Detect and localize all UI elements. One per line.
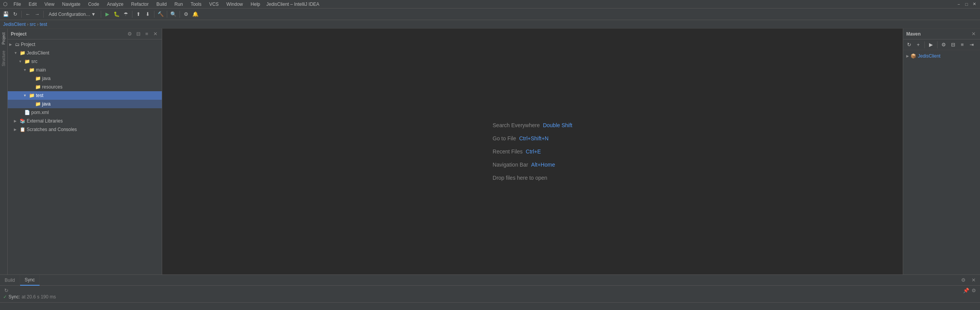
build-settings-icon[interactable]: ⚙ (971, 287, 977, 293)
maven-toolbar: ↻ + ▶ ⚙ ⊟ ≡ ⇥ (903, 39, 980, 50)
tree-item-project-root[interactable]: ▶ 🗂 Project (8, 40, 162, 49)
menu-analyze[interactable]: Analyze (105, 2, 125, 7)
menu-build[interactable]: Build (155, 2, 168, 7)
save-button[interactable]: 💾 (2, 10, 10, 19)
search-everywhere-button[interactable]: 🔍 (169, 10, 178, 19)
debug-button[interactable]: 🐛 (112, 10, 121, 19)
folder-icon: 🗂 (15, 42, 20, 47)
menu-run[interactable]: Run (173, 2, 185, 7)
bottom-panel-close-icon[interactable]: ✕ (970, 277, 977, 284)
tree-item-java-test[interactable]: 📁 java (8, 100, 162, 108)
menu-refactor[interactable]: Refactor (130, 2, 150, 7)
sidebar-item-project[interactable]: Project (1, 30, 7, 47)
toolbar: 💾 ↻ ← → Add Configuration… ▼ ▶ 🐛 ☂ ⬆ ⬇ 🔨… (0, 9, 980, 20)
maven-run-button[interactable]: ▶ (927, 41, 935, 49)
build-pin-icon[interactable]: 📌 (963, 287, 969, 293)
build-project-button[interactable]: 🔨 (156, 10, 165, 19)
tree-item-test[interactable]: ▼ 📁 test (8, 91, 162, 100)
java-test-folder-icon: 📁 (35, 101, 41, 107)
maven-panel-header: Maven ✕ (903, 29, 980, 39)
settings-button[interactable]: ⚙ (182, 10, 190, 19)
menu-view[interactable]: View (43, 2, 56, 7)
java-folder-icon: 📁 (35, 76, 41, 81)
ext-lib-icon: 📚 (20, 118, 25, 124)
maven-toolbar-sep (924, 41, 925, 48)
breadcrumb-src[interactable]: src (30, 22, 36, 27)
tree-item-src[interactable]: ▼ 📁 src (8, 57, 162, 66)
editor-area: Search Everywhere Double Shift Go to Fil… (162, 29, 903, 274)
build-message: Sync: (8, 294, 20, 300)
maven-collapse-all-button[interactable]: ⊟ (949, 41, 957, 49)
build-success-icon: ✓ (3, 294, 7, 300)
project-panel-collapse-icon[interactable]: ⊟ (135, 31, 142, 37)
breadcrumb-project[interactable]: JedisClient (3, 22, 26, 27)
hint-recent-files: Recent Files Ctrl+E (493, 148, 572, 155)
run-with-coverage-button[interactable]: ☂ (122, 10, 130, 19)
maven-filter-button[interactable]: ≡ (958, 41, 966, 49)
back-button[interactable]: ← (24, 10, 32, 19)
add-configuration-button[interactable]: Add Configuration… ▼ (46, 10, 99, 19)
tree-item-pom[interactable]: 📄 pom.xml (8, 108, 162, 117)
project-panel: Project ⚙ ⊟ ≡ ✕ ▶ 🗂 Project ▼ 📁 JedisCli… (8, 29, 162, 274)
hint-text-drop: Drop files here to open (493, 175, 548, 181)
menu-vcs[interactable]: VCS (208, 2, 220, 7)
run-button[interactable]: ▶ (103, 10, 112, 19)
menu-tools[interactable]: Tools (189, 2, 203, 7)
menu-window[interactable]: Window (225, 2, 244, 7)
maven-refresh-button[interactable]: ↻ (905, 41, 913, 49)
menu-edit[interactable]: Edit (27, 2, 38, 7)
menu-code[interactable]: Code (86, 2, 101, 7)
project-panel-header: Project ⚙ ⊟ ≡ ✕ (8, 29, 162, 39)
tree-item-ext-libraries[interactable]: ▶ 📚 External Libraries (8, 117, 162, 125)
bottom-panel-settings-icon[interactable]: ⚙ (960, 277, 967, 284)
maximize-button[interactable]: □ (964, 2, 969, 7)
tree-item-resources[interactable]: 📁 resources (8, 83, 162, 91)
menu-help[interactable]: Help (249, 2, 262, 7)
tree-label-project: Project (21, 42, 35, 47)
sidebar-item-structure[interactable]: Structure (1, 48, 7, 69)
close-button[interactable]: ✕ (972, 2, 977, 7)
tree-label-jedisclient: JedisClient (27, 50, 49, 56)
tree-item-main[interactable]: ▼ 📁 main (8, 66, 162, 74)
minimize-button[interactable]: − (956, 2, 961, 7)
status-bar (0, 302, 980, 310)
expand-main-icon: ▼ (23, 68, 28, 72)
expand-ext-lib-icon: ▶ (14, 119, 19, 123)
vcs-pull-button[interactable]: ⬇ (144, 10, 152, 19)
hint-navigation-bar: Navigation Bar Alt+Home (493, 162, 572, 168)
maven-settings-button[interactable]: ⚙ (939, 41, 948, 49)
file-tree: ▶ 🗂 Project ▼ 📁 JedisClient ▼ 📁 src ▼ 📁 … (8, 39, 162, 274)
maven-expand-icon: ▶ (906, 54, 909, 58)
tab-build[interactable]: Build (0, 275, 20, 286)
breadcrumb-test[interactable]: test (40, 22, 47, 27)
toolbar-separator-3 (101, 11, 101, 18)
notifications-button[interactable]: 🔔 (191, 10, 200, 19)
sync-button[interactable]: ↻ (11, 10, 19, 19)
menu-navigate[interactable]: Navigate (61, 2, 82, 7)
resources-folder-icon: 📁 (35, 84, 41, 90)
maven-tree-item-jedisclient[interactable]: ▶ 📦 JedisClient (903, 52, 980, 60)
maven-toolbar-sep-2 (937, 41, 938, 48)
project-panel-settings-icon[interactable]: ⚙ (126, 31, 133, 37)
vcs-button[interactable]: ⬆ (134, 10, 143, 19)
toolbar-separator-4 (132, 11, 132, 18)
maven-tree: ▶ 📦 JedisClient (903, 50, 980, 274)
tree-label-java-main: java (42, 76, 51, 81)
main-layout: Project Structure Project ⚙ ⊟ ≡ ✕ ▶ 🗂 Pr… (0, 29, 980, 274)
build-restart-icon[interactable]: ↻ (3, 287, 9, 293)
maven-close-icon[interactable]: ✕ (970, 31, 977, 37)
tree-item-jedisclient[interactable]: ▼ 📁 JedisClient (8, 49, 162, 57)
tab-sync[interactable]: Sync (20, 275, 40, 286)
project-panel-close-icon[interactable]: ✕ (152, 31, 159, 37)
project-panel-gear-icon[interactable]: ≡ (143, 31, 150, 37)
maven-navigate-button[interactable]: ⇥ (967, 41, 976, 49)
build-sync-button-row: ↻ (3, 287, 9, 293)
tree-item-java-main[interactable]: 📁 java (8, 74, 162, 83)
menu-file[interactable]: File (12, 2, 22, 7)
breadcrumb-sep-2: › (37, 22, 39, 27)
maven-add-button[interactable]: + (914, 41, 922, 49)
tree-label-scratches: Scratches and Consoles (27, 127, 77, 132)
maven-project-icon: 📦 (910, 53, 916, 59)
forward-button[interactable]: → (33, 10, 41, 19)
tree-item-scratches[interactable]: ▶ 📋 Scratches and Consoles (8, 125, 162, 134)
